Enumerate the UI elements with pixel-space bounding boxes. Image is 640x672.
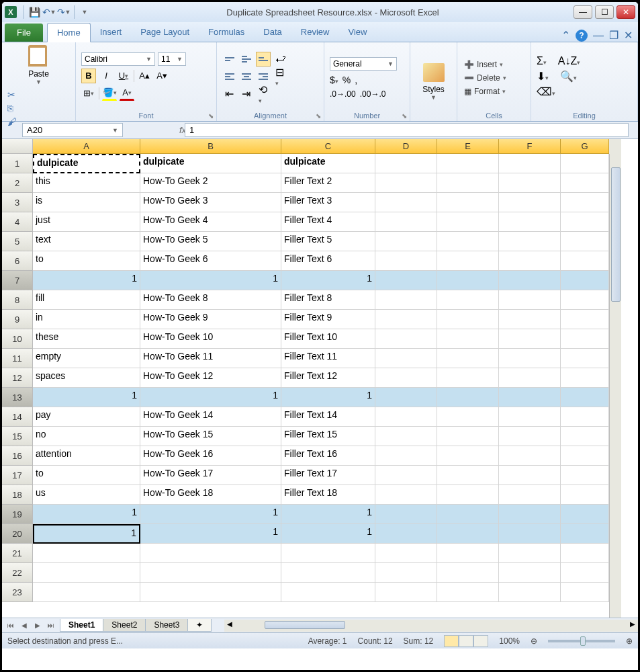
qat-customize-icon[interactable]: ▼	[77, 5, 92, 19]
delete-button[interactable]: ➖Delete ▾	[463, 71, 525, 85]
cell-G14[interactable]	[561, 407, 609, 427]
cell-B12[interactable]: How-To Geek 12	[140, 368, 281, 388]
underline-button[interactable]: U▾	[116, 69, 131, 83]
cell-C22[interactable]	[281, 563, 375, 583]
cell-D21[interactable]	[375, 544, 437, 563]
minimize-button[interactable]: —	[574, 5, 592, 19]
cell-A16[interactable]: attention	[33, 446, 140, 466]
cell-F6[interactable]	[499, 251, 561, 271]
cell-E5[interactable]	[437, 232, 499, 251]
cell-D16[interactable]	[375, 446, 437, 466]
cell-F13[interactable]	[499, 388, 561, 407]
cell-G21[interactable]	[561, 544, 609, 563]
cell-G5[interactable]	[561, 232, 609, 251]
cell-E6[interactable]	[437, 251, 499, 271]
cell-F12[interactable]	[499, 368, 561, 388]
cell-B9[interactable]: How-To Geek 9	[140, 310, 281, 329]
align-bottom-icon[interactable]	[256, 52, 271, 67]
cell-A9[interactable]: in	[33, 310, 140, 329]
cell-C9[interactable]: Filler Text 9	[281, 310, 375, 329]
cell-C3[interactable]: Filler Text 3	[281, 193, 375, 212]
row-header-4[interactable]: 4	[2, 212, 33, 232]
cell-E20[interactable]	[437, 524, 499, 544]
cell-C16[interactable]: Filler Text 16	[281, 446, 375, 466]
align-left-icon[interactable]	[222, 69, 237, 84]
cell-A2[interactable]: this	[33, 173, 140, 193]
cell-D1[interactable]	[375, 154, 437, 173]
cell-C1[interactable]: dulpicate	[281, 154, 375, 173]
sheet-tab-sheet2[interactable]: Sheet2	[103, 619, 146, 632]
cell-A4[interactable]: just	[33, 212, 140, 232]
decrease-indent-icon[interactable]: ⇤	[222, 87, 237, 101]
cell-C13[interactable]: 1	[281, 388, 375, 407]
cell-C21[interactable]	[281, 544, 375, 563]
cell-E21[interactable]	[437, 544, 499, 563]
fx-icon[interactable]: fx	[126, 125, 179, 135]
cell-F8[interactable]	[499, 290, 561, 310]
cell-B11[interactable]: How-To Geek 11	[140, 349, 281, 368]
row-header-2[interactable]: 2	[2, 173, 33, 193]
tab-page-layout[interactable]: Page Layout	[131, 23, 199, 42]
cell-G13[interactable]	[561, 388, 609, 407]
increase-decimal-icon[interactable]: .0→.00	[330, 89, 356, 99]
italic-button[interactable]: I	[99, 69, 113, 83]
cell-F16[interactable]	[499, 446, 561, 466]
row-header-8[interactable]: 8	[2, 290, 33, 310]
align-top-icon[interactable]	[222, 52, 237, 67]
find-select-icon[interactable]: 🔍▾	[560, 70, 577, 83]
align-center-icon[interactable]	[239, 69, 254, 84]
cell-A12[interactable]: spaces	[33, 368, 140, 388]
cell-F22[interactable]	[499, 563, 561, 583]
cell-G2[interactable]	[561, 173, 609, 193]
cell-G9[interactable]	[561, 310, 609, 329]
row-header-15[interactable]: 15	[2, 427, 33, 446]
select-all-corner[interactable]	[2, 139, 33, 154]
row-header-6[interactable]: 6	[2, 251, 33, 271]
cell-A22[interactable]	[33, 563, 140, 583]
row-header-22[interactable]: 22	[2, 563, 33, 583]
cell-E2[interactable]	[437, 173, 499, 193]
number-format-combo[interactable]: General▼	[330, 57, 397, 71]
normal-view-icon[interactable]	[444, 635, 459, 647]
cell-D3[interactable]	[375, 193, 437, 212]
cell-D5[interactable]	[375, 232, 437, 251]
cell-B15[interactable]: How-To Geek 15	[140, 427, 281, 446]
zoom-in-icon[interactable]: ⊕	[626, 636, 633, 646]
cell-F9[interactable]	[499, 310, 561, 329]
cell-D12[interactable]	[375, 368, 437, 388]
zoom-out-icon[interactable]: ⊖	[531, 636, 537, 646]
cell-A13[interactable]: 1	[33, 388, 140, 407]
cell-D7[interactable]	[375, 271, 437, 290]
sheet-nav-next-icon[interactable]: ▶	[32, 620, 44, 631]
cell-D4[interactable]	[375, 212, 437, 232]
cell-D8[interactable]	[375, 290, 437, 310]
cell-D6[interactable]	[375, 251, 437, 271]
currency-icon[interactable]: $▾	[330, 75, 338, 85]
cell-E1[interactable]	[437, 154, 499, 173]
cell-C2[interactable]: Filler Text 2	[281, 173, 375, 193]
cell-C23[interactable]	[281, 583, 375, 602]
cell-D13[interactable]	[375, 388, 437, 407]
cell-B7[interactable]: 1	[140, 271, 281, 290]
row-header-20[interactable]: 20	[2, 524, 33, 544]
cell-B21[interactable]	[140, 544, 281, 563]
cell-C19[interactable]: 1	[281, 505, 375, 524]
cell-B22[interactable]	[140, 563, 281, 583]
cell-B10[interactable]: How-To Geek 10	[140, 329, 281, 349]
cell-E22[interactable]	[437, 563, 499, 583]
orientation-icon[interactable]: ⟲▾	[256, 87, 271, 101]
cell-B1[interactable]: dulpicate	[140, 154, 281, 173]
cell-F15[interactable]	[499, 427, 561, 446]
cell-F20[interactable]	[499, 524, 561, 544]
cell-B16[interactable]: How-To Geek 16	[140, 446, 281, 466]
cell-G19[interactable]	[561, 505, 609, 524]
merge-center-icon[interactable]: ⊟▾	[273, 69, 287, 84]
cell-A14[interactable]: pay	[33, 407, 140, 427]
cell-B20[interactable]: 1	[140, 524, 281, 544]
styles-button[interactable]: Styles ▼	[416, 45, 451, 118]
increase-indent-icon[interactable]: ⇥	[239, 87, 254, 101]
row-header-11[interactable]: 11	[2, 349, 33, 368]
cell-C17[interactable]: Filler Text 17	[281, 466, 375, 485]
tab-formulas[interactable]: Formulas	[199, 23, 254, 42]
cell-E14[interactable]	[437, 407, 499, 427]
